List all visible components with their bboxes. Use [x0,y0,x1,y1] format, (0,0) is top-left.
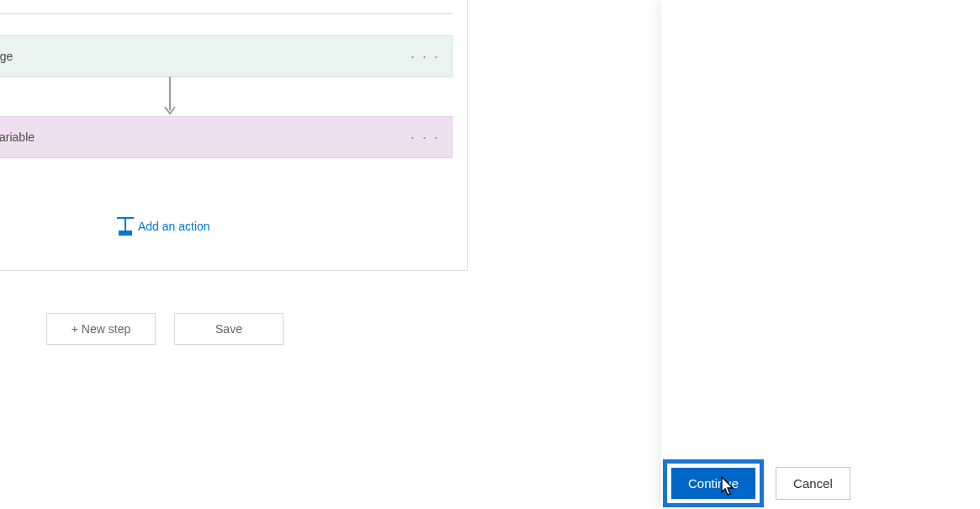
add-action-link[interactable]: Add an action [119,217,210,236]
more-options-icon[interactable]: · · · [411,48,440,66]
insert-step-icon [119,217,131,236]
more-options-icon[interactable]: · · · [411,129,440,146]
action-card-variable[interactable]: variable · · · [0,116,453,158]
new-step-button[interactable]: + New step [46,313,156,345]
cancel-button[interactable]: Cancel [776,467,850,500]
side-panel [661,0,980,509]
action-card-message[interactable]: age · · · [0,35,453,77]
flow-footer-buttons: + New step Save [46,313,283,345]
dialog-footer: Continue Cancel [663,459,850,507]
add-action-label: Add an action [138,220,210,233]
continue-button[interactable]: Continue [671,468,755,499]
action-card-label: age [0,50,411,63]
flow-canvas: age · · · variable · · · Add an action +… [0,0,661,509]
container-top-border [0,13,453,14]
loop-container: age · · · variable · · · Add an action [0,0,468,271]
action-card-label: variable [0,130,411,144]
flow-arrow-icon [164,77,176,117]
save-button[interactable]: Save [174,313,283,345]
continue-highlight: Continue [663,459,764,507]
